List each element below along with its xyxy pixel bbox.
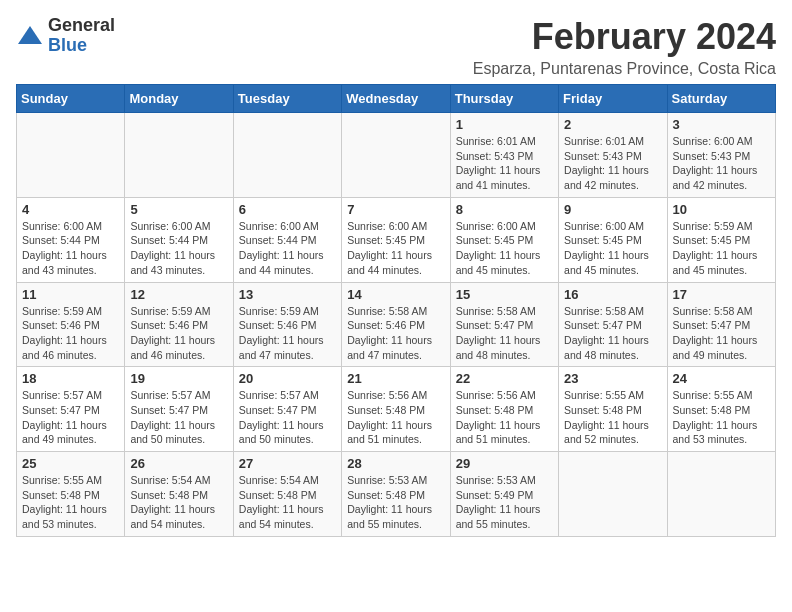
title-area: February 2024 Esparza, Puntarenas Provin… — [473, 16, 776, 78]
week-row-3: 11Sunrise: 5:59 AM Sunset: 5:46 PM Dayli… — [17, 282, 776, 367]
day-cell — [233, 113, 341, 198]
day-cell: 14Sunrise: 5:58 AM Sunset: 5:46 PM Dayli… — [342, 282, 450, 367]
day-cell — [667, 452, 775, 537]
main-title: February 2024 — [473, 16, 776, 58]
day-cell: 3Sunrise: 6:00 AM Sunset: 5:43 PM Daylig… — [667, 113, 775, 198]
day-cell: 28Sunrise: 5:53 AM Sunset: 5:48 PM Dayli… — [342, 452, 450, 537]
day-cell: 7Sunrise: 6:00 AM Sunset: 5:45 PM Daylig… — [342, 197, 450, 282]
day-number: 1 — [456, 117, 553, 132]
day-cell — [17, 113, 125, 198]
header-cell-friday: Friday — [559, 85, 667, 113]
day-info: Sunrise: 5:58 AM Sunset: 5:47 PM Dayligh… — [456, 304, 553, 363]
week-row-5: 25Sunrise: 5:55 AM Sunset: 5:48 PM Dayli… — [17, 452, 776, 537]
day-info: Sunrise: 6:00 AM Sunset: 5:44 PM Dayligh… — [130, 219, 227, 278]
day-cell: 8Sunrise: 6:00 AM Sunset: 5:45 PM Daylig… — [450, 197, 558, 282]
day-number: 4 — [22, 202, 119, 217]
day-number: 9 — [564, 202, 661, 217]
day-cell: 23Sunrise: 5:55 AM Sunset: 5:48 PM Dayli… — [559, 367, 667, 452]
week-row-2: 4Sunrise: 6:00 AM Sunset: 5:44 PM Daylig… — [17, 197, 776, 282]
day-cell: 4Sunrise: 6:00 AM Sunset: 5:44 PM Daylig… — [17, 197, 125, 282]
day-cell: 25Sunrise: 5:55 AM Sunset: 5:48 PM Dayli… — [17, 452, 125, 537]
day-info: Sunrise: 5:59 AM Sunset: 5:46 PM Dayligh… — [22, 304, 119, 363]
day-cell: 21Sunrise: 5:56 AM Sunset: 5:48 PM Dayli… — [342, 367, 450, 452]
day-info: Sunrise: 6:00 AM Sunset: 5:45 PM Dayligh… — [564, 219, 661, 278]
day-number: 8 — [456, 202, 553, 217]
day-cell: 2Sunrise: 6:01 AM Sunset: 5:43 PM Daylig… — [559, 113, 667, 198]
day-info: Sunrise: 5:55 AM Sunset: 5:48 PM Dayligh… — [673, 388, 770, 447]
day-cell — [342, 113, 450, 198]
day-info: Sunrise: 5:54 AM Sunset: 5:48 PM Dayligh… — [239, 473, 336, 532]
week-row-1: 1Sunrise: 6:01 AM Sunset: 5:43 PM Daylig… — [17, 113, 776, 198]
day-cell: 1Sunrise: 6:01 AM Sunset: 5:43 PM Daylig… — [450, 113, 558, 198]
day-info: Sunrise: 5:55 AM Sunset: 5:48 PM Dayligh… — [22, 473, 119, 532]
day-info: Sunrise: 6:00 AM Sunset: 5:43 PM Dayligh… — [673, 134, 770, 193]
day-info: Sunrise: 5:59 AM Sunset: 5:45 PM Dayligh… — [673, 219, 770, 278]
day-number: 20 — [239, 371, 336, 386]
header-cell-thursday: Thursday — [450, 85, 558, 113]
day-cell: 29Sunrise: 5:53 AM Sunset: 5:49 PM Dayli… — [450, 452, 558, 537]
day-cell: 17Sunrise: 5:58 AM Sunset: 5:47 PM Dayli… — [667, 282, 775, 367]
logo: General Blue — [16, 16, 115, 56]
day-cell: 16Sunrise: 5:58 AM Sunset: 5:47 PM Dayli… — [559, 282, 667, 367]
day-number: 17 — [673, 287, 770, 302]
day-cell: 20Sunrise: 5:57 AM Sunset: 5:47 PM Dayli… — [233, 367, 341, 452]
day-cell: 9Sunrise: 6:00 AM Sunset: 5:45 PM Daylig… — [559, 197, 667, 282]
day-number: 3 — [673, 117, 770, 132]
day-cell: 22Sunrise: 5:56 AM Sunset: 5:48 PM Dayli… — [450, 367, 558, 452]
logo-text: General Blue — [48, 16, 115, 56]
header-cell-saturday: Saturday — [667, 85, 775, 113]
day-info: Sunrise: 5:54 AM Sunset: 5:48 PM Dayligh… — [130, 473, 227, 532]
day-number: 5 — [130, 202, 227, 217]
day-cell: 5Sunrise: 6:00 AM Sunset: 5:44 PM Daylig… — [125, 197, 233, 282]
day-number: 10 — [673, 202, 770, 217]
day-info: Sunrise: 5:56 AM Sunset: 5:48 PM Dayligh… — [456, 388, 553, 447]
day-info: Sunrise: 5:57 AM Sunset: 5:47 PM Dayligh… — [22, 388, 119, 447]
logo-icon — [16, 22, 44, 50]
logo-blue: Blue — [48, 36, 115, 56]
day-cell: 18Sunrise: 5:57 AM Sunset: 5:47 PM Dayli… — [17, 367, 125, 452]
day-number: 26 — [130, 456, 227, 471]
day-number: 22 — [456, 371, 553, 386]
day-number: 16 — [564, 287, 661, 302]
svg-marker-0 — [18, 26, 42, 44]
day-cell: 15Sunrise: 5:58 AM Sunset: 5:47 PM Dayli… — [450, 282, 558, 367]
day-number: 2 — [564, 117, 661, 132]
day-cell — [559, 452, 667, 537]
day-info: Sunrise: 5:53 AM Sunset: 5:48 PM Dayligh… — [347, 473, 444, 532]
day-info: Sunrise: 5:58 AM Sunset: 5:47 PM Dayligh… — [564, 304, 661, 363]
header-cell-tuesday: Tuesday — [233, 85, 341, 113]
page-header: General Blue February 2024 Esparza, Punt… — [16, 16, 776, 78]
day-info: Sunrise: 5:53 AM Sunset: 5:49 PM Dayligh… — [456, 473, 553, 532]
day-info: Sunrise: 6:00 AM Sunset: 5:45 PM Dayligh… — [456, 219, 553, 278]
week-row-4: 18Sunrise: 5:57 AM Sunset: 5:47 PM Dayli… — [17, 367, 776, 452]
header-cell-monday: Monday — [125, 85, 233, 113]
day-number: 27 — [239, 456, 336, 471]
day-info: Sunrise: 5:55 AM Sunset: 5:48 PM Dayligh… — [564, 388, 661, 447]
day-cell — [125, 113, 233, 198]
day-number: 28 — [347, 456, 444, 471]
day-number: 25 — [22, 456, 119, 471]
day-info: Sunrise: 6:01 AM Sunset: 5:43 PM Dayligh… — [564, 134, 661, 193]
day-number: 15 — [456, 287, 553, 302]
day-info: Sunrise: 6:01 AM Sunset: 5:43 PM Dayligh… — [456, 134, 553, 193]
header-cell-sunday: Sunday — [17, 85, 125, 113]
day-number: 29 — [456, 456, 553, 471]
subtitle: Esparza, Puntarenas Province, Costa Rica — [473, 60, 776, 78]
day-info: Sunrise: 6:00 AM Sunset: 5:45 PM Dayligh… — [347, 219, 444, 278]
day-info: Sunrise: 6:00 AM Sunset: 5:44 PM Dayligh… — [239, 219, 336, 278]
day-number: 14 — [347, 287, 444, 302]
day-cell: 11Sunrise: 5:59 AM Sunset: 5:46 PM Dayli… — [17, 282, 125, 367]
day-number: 12 — [130, 287, 227, 302]
day-info: Sunrise: 5:59 AM Sunset: 5:46 PM Dayligh… — [239, 304, 336, 363]
day-number: 13 — [239, 287, 336, 302]
header-row: SundayMondayTuesdayWednesdayThursdayFrid… — [17, 85, 776, 113]
day-number: 11 — [22, 287, 119, 302]
calendar-table: SundayMondayTuesdayWednesdayThursdayFrid… — [16, 84, 776, 537]
day-cell: 13Sunrise: 5:59 AM Sunset: 5:46 PM Dayli… — [233, 282, 341, 367]
day-cell: 12Sunrise: 5:59 AM Sunset: 5:46 PM Dayli… — [125, 282, 233, 367]
day-number: 23 — [564, 371, 661, 386]
day-info: Sunrise: 5:58 AM Sunset: 5:47 PM Dayligh… — [673, 304, 770, 363]
day-info: Sunrise: 5:58 AM Sunset: 5:46 PM Dayligh… — [347, 304, 444, 363]
day-number: 21 — [347, 371, 444, 386]
day-info: Sunrise: 5:59 AM Sunset: 5:46 PM Dayligh… — [130, 304, 227, 363]
